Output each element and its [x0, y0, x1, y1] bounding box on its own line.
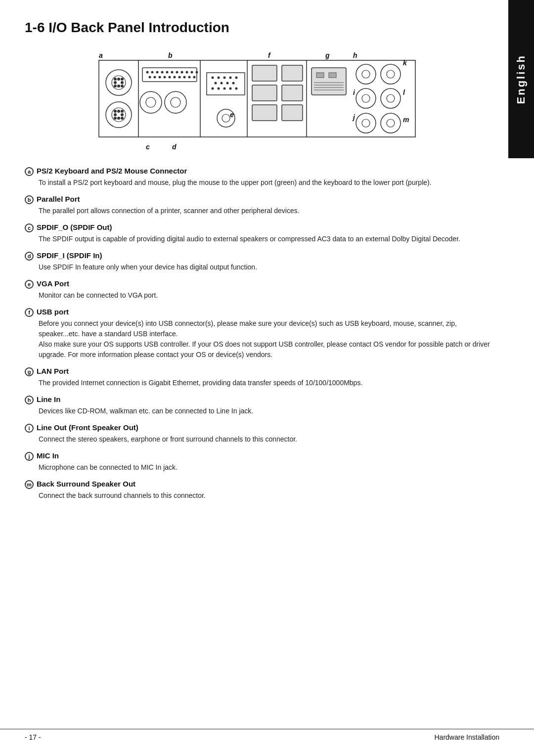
svg-point-27 [161, 71, 164, 74]
svg-point-90 [362, 119, 370, 127]
svg-text:d: d [172, 143, 177, 151]
item-body-d: Use SPDIF In feature only when your devi… [25, 262, 499, 272]
side-tab-label: English [515, 54, 528, 104]
side-tab: English [508, 0, 534, 158]
svg-point-7 [114, 81, 117, 84]
item-section-d: dSPDIF_I (SPDIF In)Use SPDIF In feature … [25, 251, 499, 272]
svg-point-61 [218, 88, 220, 90]
svg-text:c: c [146, 143, 150, 151]
svg-rect-71 [282, 65, 303, 81]
item-title-b: Parallel Port [37, 195, 80, 203]
item-body-i: Connect the stereo speakers, earphone or… [25, 434, 499, 445]
svg-point-40 [174, 76, 176, 79]
item-body-j: Microphone can be connected to MIC In ja… [25, 462, 499, 473]
svg-point-54 [229, 77, 232, 79]
item-section-i: iLine Out (Front Speaker Out)Connect the… [25, 423, 499, 445]
item-body-e: Monitor can be connected to VGA port. [25, 290, 499, 301]
item-title-h: Line In [37, 395, 60, 403]
svg-point-62 [223, 88, 226, 90]
svg-point-64 [235, 88, 238, 90]
svg-point-18 [121, 113, 124, 116]
item-body-h: Devices like CD-ROM, walkman etc. can be… [25, 406, 499, 416]
svg-point-35 [149, 76, 151, 79]
item-bullet-g: g [25, 367, 34, 376]
page-title: 1-6 I/O Back Panel Introduction [25, 20, 499, 36]
svg-point-10 [117, 85, 120, 88]
item-title-j: MIC In [37, 451, 59, 460]
svg-point-15 [117, 110, 120, 113]
io-diagram: a b c d e f g h i j k l m [84, 45, 440, 154]
svg-point-57 [221, 82, 223, 85]
svg-point-34 [196, 71, 198, 74]
svg-point-4 [114, 78, 117, 81]
item-body-m: Connect the back surround channels to th… [25, 490, 499, 501]
svg-point-63 [229, 88, 232, 90]
item-bullet-h: h [25, 396, 34, 404]
svg-point-41 [178, 76, 181, 79]
svg-point-6 [121, 78, 124, 81]
svg-point-21 [121, 117, 124, 120]
svg-point-31 [181, 71, 183, 74]
item-section-m: mBack Surround Speaker OutConnect the ba… [25, 480, 499, 501]
item-bullet-m: m [25, 480, 34, 489]
svg-point-88 [387, 94, 395, 102]
svg-point-11 [121, 85, 124, 88]
svg-point-39 [169, 76, 171, 79]
item-bullet-b: b [25, 195, 34, 204]
item-title-m: Back Surround Speaker Out [37, 480, 135, 488]
svg-point-5 [117, 78, 120, 81]
svg-rect-73 [282, 105, 303, 121]
svg-point-17 [114, 113, 117, 116]
item-bullet-c: c [25, 223, 34, 232]
svg-text:m: m [403, 116, 409, 124]
svg-point-84 [387, 70, 395, 78]
item-section-a: aPS/2 Keyboard and PS/2 Mouse ConnectorT… [25, 167, 499, 188]
svg-point-9 [114, 85, 117, 88]
svg-rect-75 [316, 73, 324, 78]
svg-point-48 [171, 97, 180, 107]
footer-page: - 17 - [25, 733, 41, 741]
item-title-c: SPDIF_O (SPDIF Out) [37, 223, 112, 231]
svg-point-32 [186, 71, 188, 74]
item-title-g: LAN Port [37, 367, 69, 375]
svg-point-8 [121, 81, 124, 84]
svg-point-53 [223, 77, 226, 79]
svg-point-24 [146, 71, 149, 74]
item-section-g: gLAN PortThe provided Internet connectio… [25, 367, 499, 388]
svg-point-86 [362, 94, 370, 102]
item-body-f: Before you connect your device(s) into U… [25, 318, 499, 360]
svg-point-56 [215, 82, 217, 85]
item-section-j: jMIC InMicrophone can be connected to MI… [25, 451, 499, 473]
svg-rect-68 [252, 65, 277, 81]
svg-point-46 [146, 97, 156, 107]
item-body-g: The provided Internet connection is Giga… [25, 378, 499, 388]
item-section-f: fUSB portBefore you connect your device(… [25, 308, 499, 360]
svg-text:b: b [168, 51, 173, 59]
svg-rect-70 [252, 105, 277, 121]
footer-right: Hardware Installation [434, 733, 499, 741]
svg-text:f: f [268, 51, 271, 59]
svg-point-92 [387, 119, 395, 127]
svg-point-36 [154, 76, 156, 79]
svg-text:a: a [99, 51, 103, 59]
svg-point-16 [121, 110, 124, 113]
item-bullet-a: a [25, 167, 34, 176]
svg-point-58 [226, 82, 229, 85]
item-bullet-d: d [25, 252, 34, 261]
svg-point-25 [151, 71, 154, 74]
svg-point-30 [176, 71, 178, 74]
svg-rect-72 [282, 85, 303, 101]
svg-text:h: h [353, 51, 357, 59]
svg-point-82 [362, 70, 370, 78]
svg-point-44 [193, 76, 196, 79]
svg-point-42 [183, 76, 186, 79]
items-list: aPS/2 Keyboard and PS/2 Mouse ConnectorT… [25, 167, 499, 501]
item-section-e: eVGA PortMonitor can be connected to VGA… [25, 279, 499, 301]
svg-rect-74 [312, 68, 346, 95]
item-body-b: The parallel port allows connection of a… [25, 206, 499, 216]
svg-rect-76 [329, 73, 336, 78]
svg-text:e: e [230, 111, 234, 119]
svg-point-52 [218, 77, 220, 79]
svg-point-26 [156, 71, 159, 74]
item-section-h: hLine InDevices like CD-ROM, walkman etc… [25, 395, 499, 416]
